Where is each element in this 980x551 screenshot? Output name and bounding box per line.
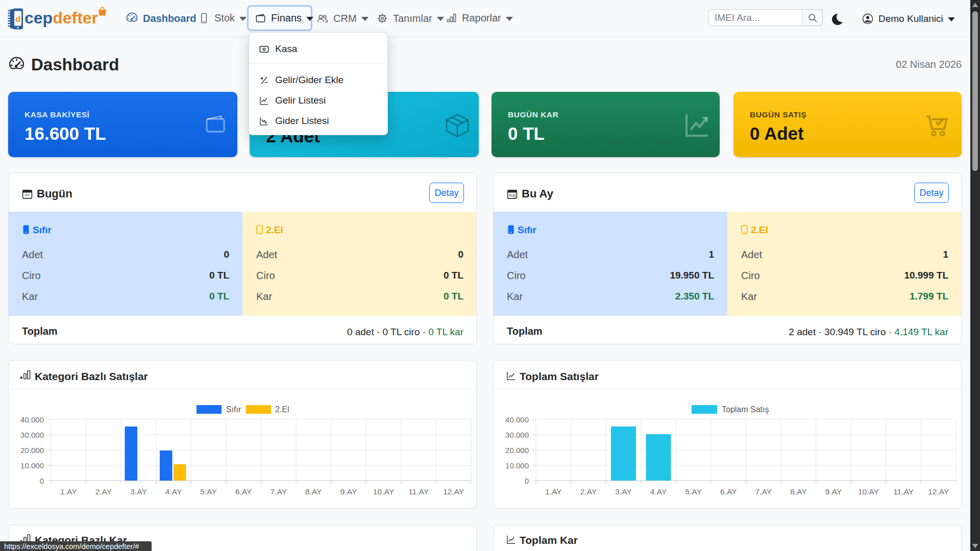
svg-text:8.AY: 8.AY xyxy=(790,487,806,496)
svg-text:20.000: 20.000 xyxy=(20,446,44,455)
svg-text:Toplam Satış: Toplam Satış xyxy=(722,405,769,414)
svg-text:2.AY: 2.AY xyxy=(580,487,597,496)
svg-text:12.AY: 12.AY xyxy=(443,487,464,496)
svg-text:7.AY: 7.AY xyxy=(755,487,772,496)
svg-text:Sıfır: Sıfır xyxy=(226,405,241,414)
svg-text:12.AY: 12.AY xyxy=(928,487,949,496)
svg-text:4.AY: 4.AY xyxy=(165,487,182,496)
svg-text:5.AY: 5.AY xyxy=(200,487,216,496)
svg-text:3.AY: 3.AY xyxy=(615,487,631,496)
svg-text:11.AY: 11.AY xyxy=(408,487,429,496)
svg-text:Aug: Aug xyxy=(509,193,516,197)
svg-text:3.AY: 3.AY xyxy=(130,487,146,496)
svg-text:4.AY: 4.AY xyxy=(650,487,667,496)
svg-text:10.000: 10.000 xyxy=(20,461,44,470)
svg-text:d: d xyxy=(15,14,20,24)
svg-text:10.AY: 10.AY xyxy=(858,487,879,496)
svg-text:1.AY: 1.AY xyxy=(60,487,77,496)
svg-text:10.000: 10.000 xyxy=(505,461,529,470)
svg-text:9.AY: 9.AY xyxy=(825,487,842,496)
svg-text:8.AY: 8.AY xyxy=(305,487,322,496)
svg-text:11.AY: 11.AY xyxy=(893,487,914,496)
svg-text:30.000: 30.000 xyxy=(20,431,44,439)
svg-text:0: 0 xyxy=(40,477,44,485)
svg-text:30.000: 30.000 xyxy=(505,431,529,439)
svg-text:Fri: Fri xyxy=(25,193,30,197)
svg-text:6.AY: 6.AY xyxy=(720,487,737,496)
svg-text:5.AY: 5.AY xyxy=(685,487,701,496)
svg-text:40.000: 40.000 xyxy=(20,415,44,424)
svg-text:6.AY: 6.AY xyxy=(235,487,252,496)
svg-text:20.000: 20.000 xyxy=(505,446,529,455)
svg-text:7.AY: 7.AY xyxy=(271,487,287,496)
svg-text:2.El: 2.El xyxy=(275,405,289,414)
svg-text:40.000: 40.000 xyxy=(505,415,529,424)
svg-text:10.AY: 10.AY xyxy=(373,487,394,496)
svg-text:9.AY: 9.AY xyxy=(340,487,357,496)
svg-text:1.AY: 1.AY xyxy=(545,487,561,496)
svg-text:0: 0 xyxy=(525,477,529,485)
svg-text:2.AY: 2.AY xyxy=(95,487,112,496)
